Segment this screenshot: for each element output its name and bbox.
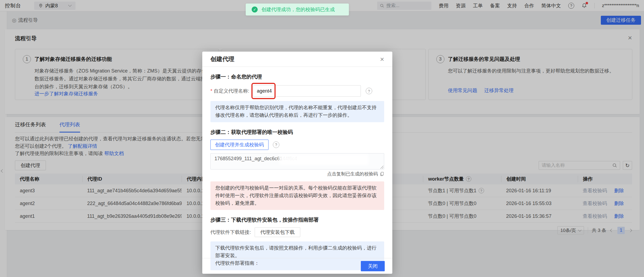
modal-close-icon[interactable]: × (380, 56, 384, 63)
step1-info-note: 代理名称仅用于帮助您识别代理，代理的名称不能重复，代理创建后不支持修改代理名称，… (210, 101, 384, 122)
success-toast: ✓ 创建代理成功，您的校验码已生成 (246, 4, 349, 15)
agent-name-field-row: * 自定义代理名称: ? (210, 85, 384, 97)
step3-heading: 步骤三：下载代理软件安装包，按操作指南部署 (210, 216, 384, 224)
success-check-icon: ✓ (252, 7, 258, 12)
step2-heading: 步骤二：获取代理部署的唯一校验码 (210, 129, 384, 136)
modal-close-button[interactable]: 关闭 (361, 261, 385, 271)
download-row: 代理软件下载链接: 代理安装包下载 (210, 227, 384, 237)
download-package-button[interactable]: 代理安装包下载 (255, 227, 300, 237)
copy-code-hint: 点击复制已生成的校验码 (327, 171, 378, 177)
step3-info-line1: 下载代理软件安装包后，请按照文档操作，利用步骤二生成的校验码，进行部署安装。 (215, 244, 379, 260)
modal-header: 创建代理 × (202, 52, 392, 67)
download-link-label: 代理软件下载链接: (210, 229, 251, 235)
create-agent-modal: 创建代理 × 步骤一：命名您的代理 * 自定义代理名称: ? 代理名称仅用于帮助… (202, 52, 392, 274)
modal-body: 步骤一：命名您的代理 * 自定义代理名称: ? 代理名称仅用于帮助您识别代理，代… (202, 67, 392, 277)
copy-code-row[interactable]: 点击复制已生成的校验码 (210, 171, 384, 177)
required-asterisk: * (210, 88, 212, 94)
step1-heading: 步骤一：命名您的代理 (210, 73, 384, 80)
copy-icon[interactable] (380, 172, 384, 176)
generate-code-button[interactable]: 创建代理并生成校验码 (210, 140, 269, 150)
generate-code-row: 创建代理并生成校验码 ? (210, 140, 384, 150)
modal-footer: 关闭 (202, 258, 392, 274)
agent-name-help-icon[interactable]: ? (366, 88, 372, 94)
step2-warning-note: 您创建的代理与校验码是一一对应的关系。每个校验码仅能在部署该代理软件时使用一次，… (210, 181, 384, 210)
agent-name-label: 自定义代理名称: (214, 88, 249, 94)
generate-code-help-icon[interactable]: ? (273, 141, 279, 148)
verification-code-textarea[interactable]: 1768552499_111_agt_dec6c6144f6c4 (210, 153, 384, 169)
modal-title: 创建代理 (210, 55, 234, 63)
agent-name-input[interactable] (253, 85, 361, 97)
redacted-blur-overlay (279, 154, 369, 165)
toast-message: 创建代理成功，您的校验码已生成 (261, 6, 335, 13)
